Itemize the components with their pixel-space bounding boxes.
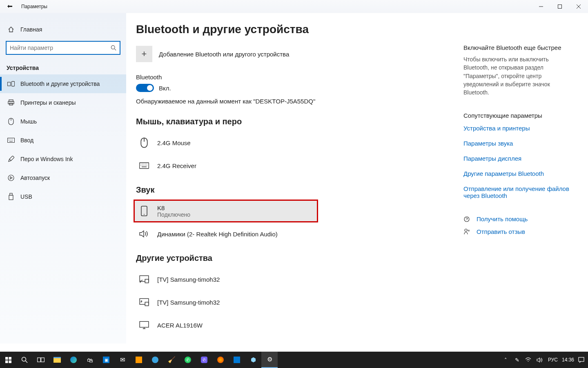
taskbar-app-generic1[interactable] — [131, 352, 147, 368]
start-button[interactable] — [0, 352, 16, 368]
device-name: Динамики (2- Realtek High Definition Aud… — [157, 231, 278, 238]
svg-rect-31 — [41, 358, 45, 362]
search-input-wrapper[interactable] — [6, 41, 120, 55]
mouse-icon — [7, 118, 15, 125]
taskbar-app-viber[interactable]: ✆ — [196, 352, 212, 368]
taskbar-app-firefox[interactable] — [212, 352, 229, 368]
device-row[interactable]: 2.4G Mouse — [136, 131, 312, 154]
page-title: Bluetooth и другие устройства — [136, 23, 450, 36]
svg-rect-2 — [7, 82, 10, 86]
svg-rect-21 — [145, 302, 149, 306]
sidebar-item-label: USB — [20, 193, 32, 200]
tray-language[interactable]: РУС — [548, 357, 558, 363]
taskbar-app-webpack[interactable]: ⬢ — [245, 352, 261, 368]
sidebar-item-pen[interactable]: Перо и Windows Ink — [0, 150, 126, 168]
get-help[interactable]: Получить помощь — [463, 215, 576, 222]
back-button[interactable]: 🠨 — [0, 3, 20, 10]
maximize-button[interactable] — [550, 0, 569, 13]
taskbar-app-generic2[interactable] — [147, 352, 163, 368]
tray-chevron-icon[interactable]: ˄ — [502, 357, 510, 363]
close-button[interactable] — [569, 0, 588, 13]
link-display-settings[interactable]: Параметры дисплея — [463, 155, 576, 162]
taskbar-app-ccleaner[interactable]: 🧹 — [163, 352, 180, 368]
svg-point-24 — [465, 229, 467, 231]
tip-body: Чтобы включить или выключить Bluetooth, … — [463, 55, 576, 96]
device-row[interactable]: 2.4G Receiver — [136, 154, 312, 177]
link-send-receive-bt[interactable]: Отправление или получение файлов через B… — [463, 185, 576, 199]
sidebar-category: Устройства — [0, 61, 126, 74]
content: Bluetooth и другие устройства + Добавлен… — [126, 13, 463, 343]
sidebar-item-label: Bluetooth и другие устройства — [20, 81, 100, 87]
svg-rect-30 — [38, 358, 41, 362]
sidebar-item-label: Ввод — [20, 137, 33, 144]
add-device-button[interactable]: + — [136, 46, 152, 62]
minimize-button[interactable] — [532, 0, 550, 13]
link-devices-printers[interactable]: Устройства и принтеры — [463, 125, 576, 132]
section-audio-heading: Звук — [136, 185, 450, 195]
taskbar-search[interactable] — [16, 352, 33, 368]
home-icon — [7, 26, 15, 33]
feedback-icon — [463, 229, 471, 235]
sidebar-item-typing[interactable]: Ввод — [0, 131, 126, 150]
printer-icon — [7, 99, 15, 106]
sidebar-item-label: Мышь — [20, 118, 37, 125]
device-name: [TV] Samsung-timoh32 — [157, 276, 220, 283]
autoplay-icon — [7, 175, 15, 181]
bluetooth-label: Bluetooth — [136, 74, 450, 81]
taskbar-app-vscode[interactable] — [229, 352, 245, 368]
search-icon — [111, 45, 116, 51]
svg-rect-4 — [9, 100, 13, 101]
add-device-row[interactable]: + Добавление Bluetooth или другого устро… — [136, 46, 450, 62]
device-row[interactable]: Динамики (2- Realtek High Definition Aud… — [136, 222, 312, 245]
sidebar-home[interactable]: Главная — [0, 21, 126, 38]
give-feedback-label: Отправить отзыв — [477, 228, 525, 235]
device-row[interactable]: ACER AL1916W — [136, 314, 312, 337]
tray-clock[interactable]: 14:36 — [562, 357, 574, 363]
taskbar-app-explorer[interactable] — [49, 352, 65, 368]
sidebar-item-usb[interactable]: USB — [0, 187, 126, 206]
tray-notifications-icon[interactable] — [578, 357, 586, 363]
device-row[interactable]: [TV] Samsung-timoh32 — [136, 268, 312, 291]
tray-volume-icon[interactable] — [537, 357, 544, 363]
taskbar-app-whatsapp[interactable]: ✆ — [180, 352, 196, 368]
task-view[interactable] — [33, 352, 49, 368]
svg-rect-3 — [11, 81, 14, 86]
svg-rect-27 — [5, 360, 8, 363]
taskbar-app-mail[interactable]: ✉ — [114, 352, 131, 368]
device-row-selected[interactable]: K8 Подключено — [134, 200, 318, 222]
svg-rect-28 — [9, 360, 11, 363]
link-sound-settings[interactable]: Параметры звука — [463, 140, 576, 147]
titlebar: 🠨 Параметры — [0, 0, 588, 13]
svg-rect-22 — [140, 321, 149, 327]
taskbar-app-photos[interactable]: ▣ — [98, 352, 114, 368]
sidebar-item-autoplay[interactable]: Автозапуск — [0, 168, 126, 187]
section-mouse-kb-heading: Мышь, клавиатура и перо — [136, 117, 450, 126]
link-more-bluetooth[interactable]: Другие параметры Bluetooth — [463, 170, 576, 177]
svg-point-17 — [144, 214, 145, 215]
sidebar-home-label: Главная — [20, 26, 42, 33]
svg-rect-19 — [145, 279, 149, 283]
give-feedback[interactable]: Отправить отзыв — [463, 228, 576, 235]
keyboard-icon — [7, 138, 15, 143]
svg-rect-26 — [9, 357, 11, 360]
phone-icon — [138, 204, 150, 218]
section-other-heading: Другие устройства — [136, 254, 450, 263]
tray-wifi-icon[interactable] — [525, 357, 532, 362]
sidebar-item-printers[interactable]: Принтеры и сканеры — [0, 93, 126, 112]
window-title: Параметры — [20, 4, 532, 9]
search-input[interactable] — [10, 45, 111, 51]
svg-rect-25 — [5, 357, 8, 360]
taskbar-app-settings[interactable]: ⚙ — [261, 352, 278, 368]
tray-feather-icon[interactable]: ✎ — [514, 357, 521, 363]
device-row[interactable]: [TV] Samsung-timoh32 — [136, 291, 312, 314]
taskbar: 🛍 ▣ ✉ 🧹 ✆ ✆ ⬢ ⚙ ˄ ✎ РУС 14:36 — [0, 352, 588, 368]
help-icon — [463, 216, 471, 222]
taskbar-app-store[interactable]: 🛍 — [82, 352, 98, 368]
taskbar-app-edge[interactable] — [65, 352, 82, 368]
get-help-label: Получить помощь — [477, 215, 528, 222]
sidebar-item-mouse[interactable]: Мышь — [0, 112, 126, 131]
bluetooth-toggle[interactable] — [136, 84, 154, 92]
right-panel: Включайте Bluetooth еще быстрее Чтобы вк… — [463, 13, 588, 343]
device-name: [TV] Samsung-timoh32 — [157, 299, 220, 306]
sidebar-item-bluetooth[interactable]: Bluetooth и другие устройства — [0, 74, 126, 93]
